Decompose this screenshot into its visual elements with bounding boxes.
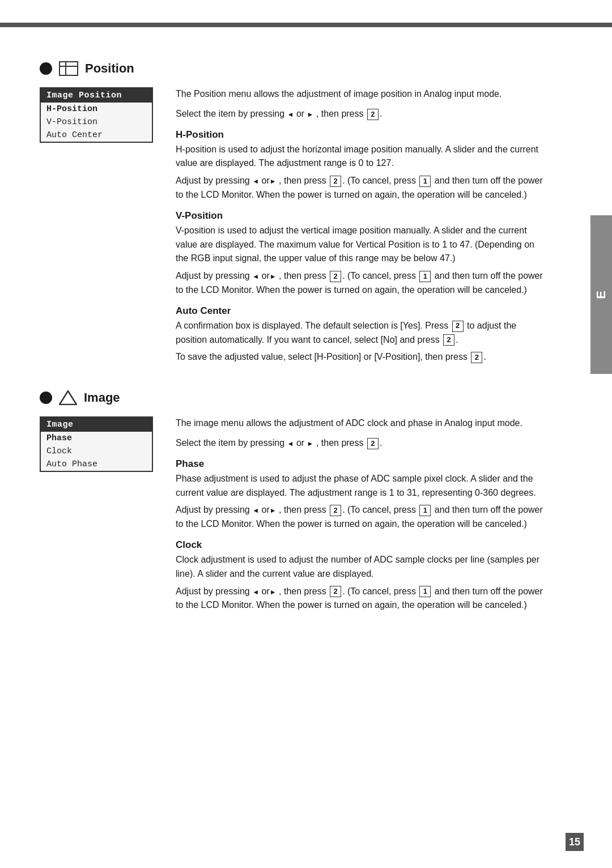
arrow-right-icon (307, 109, 314, 118)
arrow-left-icon-img (287, 438, 294, 448)
btn-2-ref: 2 (367, 109, 379, 120)
btn-2-ph: 2 (330, 505, 341, 516)
page-container: E Position Image Position H-Position V-P (0, 0, 612, 868)
image-menu-header: Image (41, 418, 152, 432)
clock-text1: Clock adjustment is used to adjust the n… (176, 553, 544, 581)
phase-heading: Phase (176, 458, 544, 470)
position-menu-area: Image Position H-Position V-Position Aut… (40, 87, 159, 368)
btn-2-cl: 2 (330, 586, 341, 597)
position-select-instruction: Select the item by pressing or , then pr… (176, 107, 544, 121)
btn-2-v: 2 (330, 271, 341, 282)
position-content: The Position menu allows the adjustment … (176, 87, 544, 368)
h-position-text2: Adjust by pressing or , then press 2. (T… (176, 174, 544, 202)
image-bullet (40, 392, 52, 404)
main-content: Position Image Position H-Position V-Pos… (0, 27, 612, 667)
image-icon (59, 390, 79, 405)
position-menu-item-auto: Auto Center (41, 129, 152, 142)
arrow-right-icon-2 (270, 176, 277, 185)
btn-2-ac3: 2 (471, 352, 482, 363)
btn-2-img: 2 (367, 438, 379, 449)
arrow-left-icon-2 (252, 176, 259, 185)
image-menu-box: Image Phase Clock Auto Phase (40, 416, 153, 472)
v-position-text1: V-position is used to adjust the vertica… (176, 224, 544, 266)
position-menu-header: Image Position (41, 88, 152, 103)
side-tab-e: E (590, 215, 612, 374)
svg-rect-0 (60, 62, 78, 75)
btn-1-cl: 1 (419, 586, 431, 597)
image-menu-item-clock: Clock (41, 445, 152, 458)
clock-heading: Clock (176, 539, 544, 551)
h-position-text1: H-position is used to adjust the horizon… (176, 143, 544, 171)
image-menu-item-phase: Phase (41, 432, 152, 445)
arrow-left-icon-3 (252, 271, 259, 280)
arrow-right-cl (270, 586, 277, 596)
btn-2-ac: 2 (452, 321, 464, 332)
arrow-left-icon (287, 109, 294, 118)
position-menu-item-v: V-Position (41, 116, 152, 129)
side-tab-label: E (594, 291, 609, 299)
position-menu-item-h: H-Position (41, 103, 152, 116)
arrow-right-icon-img (307, 438, 314, 448)
auto-center-text1: A confirmation box is displayed. The def… (176, 319, 544, 347)
image-menu-area: Image Phase Clock Auto Phase (40, 416, 159, 616)
position-intro: The Position menu allows the adjustment … (176, 87, 544, 101)
auto-center-heading: Auto Center (176, 305, 544, 317)
h-position-heading: H-Position (176, 129, 544, 141)
image-section-header: Image (40, 390, 544, 405)
position-icon (59, 61, 80, 76)
arrow-right-icon-3 (270, 271, 277, 280)
image-select-instruction: Select the item by pressing or , then pr… (176, 436, 544, 450)
clock-text2: Adjust by pressing or , then press 2. (T… (176, 585, 544, 613)
top-border (0, 23, 612, 27)
image-intro: The image menu allows the adjustment of … (176, 416, 544, 431)
position-title: Position (85, 61, 134, 76)
svg-marker-3 (60, 391, 76, 405)
position-bullet (40, 62, 52, 75)
v-position-text2: Adjust by pressing or , then press 2. (T… (176, 269, 544, 297)
arrow-left-cl (252, 586, 259, 596)
v-position-heading: V-Position (176, 210, 544, 222)
btn-2-h: 2 (330, 176, 341, 187)
btn-1-h: 1 (419, 176, 431, 187)
arrow-right-ph (270, 505, 277, 514)
position-section-header: Position (40, 61, 544, 76)
btn-2-ac2: 2 (443, 334, 454, 346)
btn-1-v: 1 (419, 271, 431, 282)
phase-text1: Phase adjustment is used to adjust the p… (176, 472, 544, 500)
arrow-left-ph (252, 505, 259, 514)
btn-1-ph: 1 (419, 505, 431, 516)
auto-center-text2: To save the adjusted value, select [H-Po… (176, 350, 544, 364)
position-menu-box: Image Position H-Position V-Position Aut… (40, 87, 153, 143)
position-layout: Image Position H-Position V-Position Aut… (40, 87, 544, 368)
phase-text2: Adjust by pressing or , then press 2. (T… (176, 503, 544, 531)
image-content: The image menu allows the adjustment of … (176, 416, 544, 616)
page-number: 15 (566, 833, 584, 851)
image-layout: Image Phase Clock Auto Phase The image m… (40, 416, 544, 616)
image-title: Image (84, 390, 120, 405)
image-menu-item-auto: Auto Phase (41, 458, 152, 471)
